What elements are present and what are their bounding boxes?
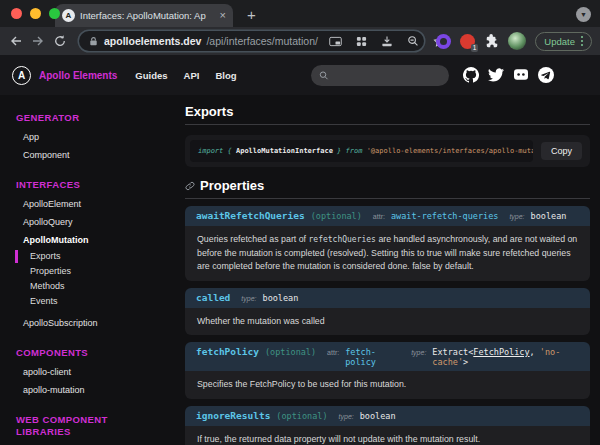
pip-icon[interactable] [328,34,343,49]
optional-flag: (optional) [265,347,316,357]
apollo-favicon-icon: A [62,9,75,22]
optional-flag: (optional) [311,211,362,221]
sidebar-item-apollomutation[interactable]: ApolloMutation [0,231,165,249]
attr-label: attr: [327,349,339,356]
property-description: Specifies the FetchPolicy to be used for… [185,371,590,399]
property-description: If true, the returned data property will… [185,426,590,445]
puzzle-extensions-icon[interactable] [484,34,499,49]
attr-value: await-refetch-queries [391,211,498,221]
discord-icon[interactable] [513,67,529,83]
properties-heading-text: Properties [200,178,264,193]
sidebar-nav: GENERATORAppComponentINTERFACESApolloEle… [0,95,165,445]
sidebar-item-class-mixins[interactable]: Class Mixins [0,441,165,445]
tab-title: Interfaces: ApolloMutation: Ap [80,10,215,21]
site-brand[interactable]: Apollo Elements [39,70,117,81]
update-menu-button[interactable]: Update [535,32,592,51]
zoom-icon[interactable] [406,34,421,49]
kebab-menu-icon [581,36,583,46]
property-card-header: awaitRefetchQueries(optional)attr:await-… [185,206,590,226]
property-description: Whether the mutation was called [185,308,590,336]
close-window-button[interactable] [11,8,22,19]
type-value: boolean [360,411,396,421]
sidebar-subitem-methods[interactable]: Methods [0,279,165,294]
site-body: GENERATORAppComponentINTERFACESApolloEle… [0,95,600,445]
exports-heading: Exports [185,101,590,125]
link-anchor-icon[interactable] [185,181,195,191]
sidebar-item-component[interactable]: Component [0,146,165,164]
exports-heading-text: Exports [185,104,233,119]
site-header: A Apollo Elements GuidesAPIBlog [0,55,600,95]
type-label: type: [339,413,354,420]
properties-heading: Properties [185,175,590,199]
traffic-lights [11,8,60,19]
optional-flag: (optional) [276,411,327,421]
tab-strip: A Interfaces: ApolloMutation: Ap × + ▼ [0,0,600,27]
property-card-called: calledtype:booleanWhether the mutation w… [185,288,590,336]
property-name: called [196,292,230,304]
browser-toolbar: apolloelements.dev/api/interfaces/mutati… [0,27,600,55]
sidebar-subitem-exports[interactable]: Exports [0,249,165,264]
back-icon[interactable] [8,34,23,49]
apollo-logo-icon[interactable]: A [12,66,31,85]
url-path: /api/interfaces/mutation/ [206,35,317,47]
extension-badge: 1 [471,44,479,52]
search-input[interactable] [334,70,441,80]
urlbar-icons [328,34,447,49]
profile-avatar[interactable] [508,32,526,50]
update-label: Update [544,36,575,47]
sidebar-section-interfaces: INTERFACES [16,179,135,191]
sidebar-subnav: ExportsPropertiesMethodsEvents [0,249,165,309]
browser-tab[interactable]: A Interfaces: ApolloMutation: Ap × [55,4,233,27]
nav-blog[interactable]: Blog [215,70,236,81]
sidebar-item-apolloelement[interactable]: ApolloElement [0,195,165,213]
attr-value: fetch-policy [345,347,400,367]
apps-grid-icon[interactable] [354,34,369,49]
tab-close-icon[interactable]: × [220,10,226,21]
inline-code: refetchQueries [309,235,376,244]
install-icon[interactable] [380,34,395,49]
extensions-area: 1 Update [436,32,592,51]
import-code: import { ApolloMutationInterface } from … [190,140,533,162]
type-value: boolean [263,293,299,303]
twitter-icon[interactable] [488,67,504,83]
property-card-fetchpolicy: fetchPolicy(optional)attr:fetch-policyty… [185,342,590,399]
property-name: fetchPolicy [196,346,259,358]
fullscreen-window-button[interactable] [49,8,60,19]
reload-icon[interactable] [52,34,67,49]
sidebar-section-web-component-libraries: WEB COMPONENT LIBRARIES [16,414,135,438]
sidebar-subitem-properties[interactable]: Properties [0,264,165,279]
telegram-icon[interactable] [538,67,554,83]
sidebar-item-app[interactable]: App [0,128,165,146]
minimize-window-button[interactable] [30,8,41,19]
main-content: Exports import { ApolloMutationInterface… [165,95,600,445]
copy-button[interactable]: Copy [541,142,582,160]
purple-extension-icon[interactable] [436,34,451,49]
attr-label: attr: [373,213,385,220]
type-label: type: [411,349,426,356]
sidebar-item-apollo-mutation[interactable]: apollo-mutation [0,381,165,399]
type-value: boolean [531,211,567,221]
sidebar-subitem-events[interactable]: Events [0,294,165,309]
new-tab-button[interactable]: + [247,7,256,22]
property-card-header: calledtype:boolean [185,288,590,308]
property-name: ignoreResults [196,410,270,422]
property-card-header: ignoreResults(optional)type:boolean [185,406,590,426]
address-bar[interactable]: apolloelements.dev/api/interfaces/mutati… [79,31,424,51]
sidebar-item-apolloquery[interactable]: ApolloQuery [0,213,165,231]
property-card-header: fetchPolicy(optional)attr:fetch-policyty… [185,342,590,371]
red-extension-icon[interactable]: 1 [460,34,475,49]
header-nav: GuidesAPIBlog [127,70,244,81]
sidebar-item-apollo-client[interactable]: apollo-client [0,363,165,381]
import-code-block: import { ApolloMutationInterface } from … [185,135,590,167]
tab-search-icon[interactable]: ▼ [576,7,591,22]
sidebar-section-generator: GENERATOR [16,112,135,124]
github-icon[interactable] [463,67,479,83]
type-link[interactable]: FetchPolicy [473,347,529,357]
sidebar-item-apollosubscription[interactable]: ApolloSubscription [0,314,165,332]
forward-icon[interactable] [30,34,45,49]
browser-window: A Interfaces: ApolloMutation: Ap × + ▼ a… [0,0,600,445]
nav-api[interactable]: API [184,70,200,81]
nav-guides[interactable]: Guides [135,70,167,81]
site-search[interactable] [311,65,449,86]
social-icons [463,67,554,83]
